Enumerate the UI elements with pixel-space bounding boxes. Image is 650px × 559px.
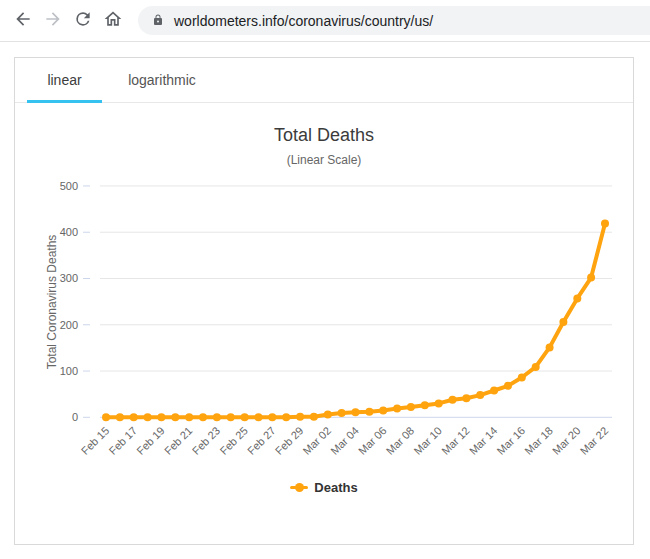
browser-toolbar: worldometers.info/coronavirus/country/us…	[0, 0, 650, 42]
chart-card: linear logarithmic Total Deaths (Linear …	[14, 57, 634, 545]
svg-text:Mar 12: Mar 12	[439, 424, 472, 457]
svg-text:Mar 22: Mar 22	[578, 424, 611, 457]
address-bar[interactable]: worldometers.info/coronavirus/country/us…	[138, 6, 650, 35]
svg-text:0: 0	[72, 411, 78, 423]
svg-text:300: 300	[60, 272, 78, 284]
url-text: worldometers.info/coronavirus/country/us…	[174, 13, 433, 29]
back-arrow-icon	[13, 9, 33, 33]
svg-text:200: 200	[60, 319, 78, 331]
svg-text:Mar 18: Mar 18	[522, 424, 555, 457]
svg-text:Mar 06: Mar 06	[356, 424, 389, 457]
svg-text:100: 100	[60, 365, 78, 377]
lock-icon[interactable]	[152, 12, 164, 30]
svg-text:Feb 25: Feb 25	[217, 424, 250, 457]
tab-logarithmic-label: logarithmic	[128, 72, 196, 88]
plot-area: 0100200300400500Feb 15Feb 17Feb 19Feb 21…	[15, 172, 633, 472]
tab-logarithmic[interactable]: logarithmic	[117, 58, 207, 102]
svg-text:400: 400	[60, 226, 78, 238]
back-button[interactable]	[8, 6, 38, 36]
tab-linear[interactable]: linear	[27, 58, 102, 102]
legend-series-marker-icon	[290, 483, 308, 492]
svg-text:Feb 23: Feb 23	[190, 424, 223, 457]
home-icon	[103, 9, 123, 33]
tab-linear-label: linear	[47, 72, 81, 88]
reload-button[interactable]	[68, 6, 98, 36]
svg-text:500: 500	[60, 180, 78, 192]
svg-text:Mar 10: Mar 10	[411, 424, 444, 457]
forward-button[interactable]	[38, 6, 68, 36]
plot-canvas: 0100200300400500Feb 15Feb 17Feb 19Feb 21…	[15, 172, 633, 472]
forward-arrow-icon	[43, 9, 63, 33]
active-tab-underline	[27, 100, 102, 103]
home-button[interactable]	[98, 6, 128, 36]
svg-text:Feb 21: Feb 21	[162, 424, 195, 457]
legend-series-label: Deaths	[314, 480, 357, 495]
chart-subtitle: (Linear Scale)	[15, 153, 633, 167]
svg-text:Feb 15: Feb 15	[79, 424, 112, 457]
scale-tab-bar: linear logarithmic	[15, 58, 633, 103]
svg-text:Feb 29: Feb 29	[273, 424, 306, 457]
svg-text:Mar 14: Mar 14	[467, 424, 500, 457]
svg-text:Feb 19: Feb 19	[134, 424, 167, 457]
svg-text:Feb 27: Feb 27	[245, 424, 278, 457]
svg-text:Mar 08: Mar 08	[384, 424, 417, 457]
svg-text:Mar 20: Mar 20	[550, 424, 583, 457]
svg-text:Mar 02: Mar 02	[300, 424, 333, 457]
reload-icon	[73, 9, 93, 33]
svg-text:Feb 17: Feb 17	[106, 424, 139, 457]
svg-text:Mar 04: Mar 04	[328, 424, 361, 457]
chart-title: Total Deaths	[15, 125, 633, 146]
y-axis-title: Total Coronavirus Deaths	[45, 235, 59, 370]
svg-text:Mar 16: Mar 16	[495, 424, 528, 457]
legend[interactable]: Deaths	[15, 480, 633, 495]
